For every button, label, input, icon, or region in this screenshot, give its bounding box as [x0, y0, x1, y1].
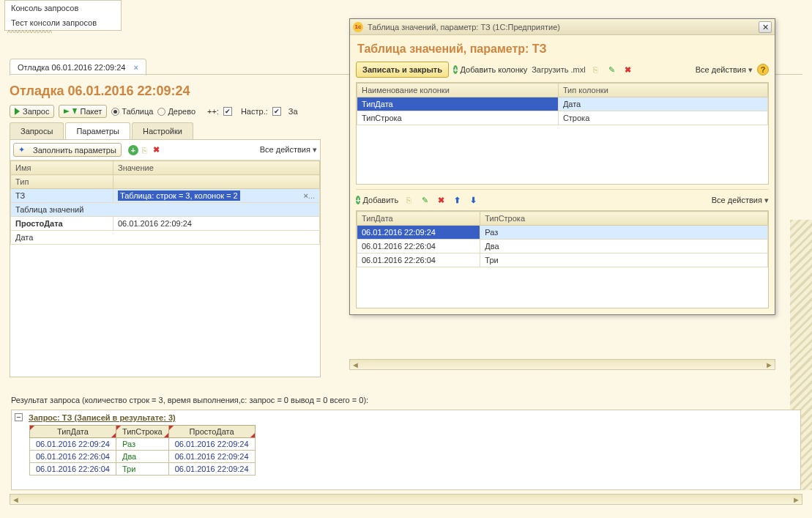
move-up-icon[interactable]: ⬆	[451, 194, 463, 206]
run-query-label: Запрос	[23, 107, 49, 116]
dialog-window-title: Таблица значений, параметр: ТЗ (1С:Предп…	[368, 23, 560, 32]
data-row[interactable]: 06.01.2016 22:09:24Раз	[357, 226, 768, 240]
all-actions-label: Все действия	[696, 65, 746, 74]
delete-icon[interactable]: ✖	[151, 144, 163, 156]
result-col[interactable]: ТипСтрока	[116, 426, 168, 438]
settings-label: Настр.:	[241, 107, 268, 116]
param-name: ТЗ	[11, 189, 113, 203]
play-icon	[15, 108, 20, 115]
add-row-button[interactable]: + Добавить	[356, 195, 398, 205]
data-row[interactable]: 06.01.2016 22:26:04Два	[357, 240, 768, 254]
param-row-type: Дата	[11, 231, 320, 245]
all-actions-link[interactable]: Все действия ▾	[712, 196, 769, 205]
columns-table[interactable]: Наименование колонкиТип колонки ТипДатаД…	[357, 83, 768, 125]
param-row[interactable]: ПростоДата 06.01.2016 22:09:24	[11, 217, 320, 231]
params-toolbar: ✦ Заполнить параметры + ⎘ ✖ Все действия…	[10, 140, 320, 160]
settings-check[interactable]	[272, 107, 281, 116]
data-header-1[interactable]: ТипДата	[357, 212, 480, 226]
scroll-left-icon[interactable]: ◄	[10, 495, 21, 504]
cols-header-type[interactable]: Тип колонки	[558, 84, 767, 97]
result-row[interactable]: 06.01.2016 22:26:04Два06.01.2016 22:09:2…	[30, 451, 256, 463]
delete-icon[interactable]: ✖	[622, 64, 634, 75]
all-actions-label: Все действия	[260, 145, 310, 154]
col-type[interactable]: Тип	[11, 175, 113, 189]
run-packet-label: Пакет	[80, 107, 102, 116]
col-name[interactable]: Имя	[11, 161, 113, 175]
data-toolbar: + Добавить ⎘ ✎ ✖ ⬆ ⬇ Все действия ▾	[356, 194, 769, 206]
cols-header-name[interactable]: Наименование колонки	[357, 84, 559, 97]
context-menu: Консоль запросов Тест консоли запросов	[4, 0, 122, 31]
add-column-button[interactable]: + Добавить колонку	[453, 64, 527, 75]
param-row[interactable]: ТЗ Таблица: строк = 3, колонок = 2 ... ×	[11, 189, 320, 203]
copy-icon[interactable]: ⎘	[139, 144, 151, 156]
value-edit-button[interactable]: ...	[308, 191, 315, 200]
run-query-button[interactable]: Запрос	[10, 105, 54, 118]
tab-queries[interactable]: Запросы	[10, 122, 64, 139]
edit-icon[interactable]: ✎	[419, 194, 431, 206]
run-packet-button[interactable]: Пакет	[59, 105, 107, 118]
za-label: За	[288, 107, 298, 116]
param-name: ПростоДата	[11, 217, 113, 231]
scroll-right-icon[interactable]: ►	[764, 360, 775, 369]
param-row-type: Таблица значений	[11, 203, 320, 217]
tab-params[interactable]: Параметры	[65, 122, 130, 139]
all-actions-label: Все действия	[712, 196, 762, 204]
horizontal-scrollbar[interactable]: ◄ ►	[349, 359, 775, 370]
result-query-header: Запрос: ТЗ (Записей в результате: 3)	[26, 410, 179, 425]
hatching-deco: ^^^^^^^^^^^^^	[7, 29, 52, 37]
param-type: Дата	[11, 231, 320, 245]
load-mxl-button[interactable]: Загрузить .mxl	[532, 65, 585, 74]
col-value[interactable]: Значение	[113, 161, 320, 175]
copy-icon[interactable]: ⎘	[590, 64, 602, 75]
result-table[interactable]: ТипДата ТипСтрока ПростоДата 06.01.2016 …	[29, 425, 256, 476]
app-logo-icon: 1c	[353, 22, 363, 32]
tab-settings[interactable]: Настройки	[132, 122, 193, 139]
add-row-label: Добавить	[363, 196, 399, 204]
horizontal-scrollbar[interactable]: ◄ ►	[10, 494, 802, 505]
file-tab-bar: Отладка 06.01.2016 22:09:24 ×	[10, 59, 146, 75]
close-tab-icon[interactable]: ×	[134, 63, 138, 72]
dialog-titlebar[interactable]: 1c Таблица значений, параметр: ТЗ (1С:Пр…	[350, 19, 775, 35]
dialog-close-button[interactable]: ✕	[759, 21, 772, 33]
help-icon[interactable]: ?	[757, 64, 769, 75]
menu-item-test[interactable]: Тест консоли запросов	[5, 15, 121, 30]
data-table[interactable]: ТипДатаТипСтрока 06.01.2016 22:09:24Раз …	[357, 211, 768, 267]
file-tab-label: Отладка 06.01.2016 22:09:24	[18, 63, 125, 72]
cols-row[interactable]: ТипСтрокаСтрока	[357, 111, 768, 125]
delete-icon[interactable]: ✖	[435, 194, 447, 206]
scroll-right-icon[interactable]: ►	[791, 495, 802, 504]
play-icon	[64, 109, 70, 114]
data-row[interactable]: 06.01.2016 22:26:04Три	[357, 254, 768, 267]
result-summary: Результат запроса (количество строк = 3,…	[11, 396, 368, 404]
result-area: − Запрос: ТЗ (Записей в результате: 3) Т…	[11, 410, 801, 490]
result-col[interactable]: ПростоДата	[168, 426, 255, 438]
edit-icon[interactable]: ✎	[606, 64, 618, 75]
params-grid[interactable]: ИмяЗначение Тип ТЗ Таблица: строк = 3, к…	[10, 160, 320, 245]
value-clear-button[interactable]: ×	[303, 191, 308, 200]
dialog-toolbar: Записать и закрыть + Добавить колонку За…	[356, 62, 769, 78]
collapse-toggle[interactable]: −	[15, 413, 23, 421]
menu-item-console[interactable]: Консоль запросов	[5, 1, 121, 15]
all-actions-link[interactable]: Все действия ▾	[260, 145, 317, 155]
cols-row[interactable]: ТипДатаДата	[357, 97, 768, 111]
plusplus-label: ++:	[207, 107, 219, 116]
plus-icon: +	[356, 196, 360, 204]
fill-params-button[interactable]: ✦ Заполнить параметры	[13, 143, 122, 157]
radio-table[interactable]: Таблица	[111, 107, 153, 116]
save-close-button[interactable]: Записать и закрыть	[356, 62, 449, 78]
data-header-2[interactable]: ТипСтрока	[480, 212, 768, 226]
result-col[interactable]: ТипДата	[30, 426, 116, 438]
file-tab[interactable]: Отладка 06.01.2016 22:09:24 ×	[10, 59, 146, 75]
radio-tree[interactable]: Дерево	[157, 107, 195, 116]
add-icon[interactable]: +	[127, 144, 139, 156]
copy-icon[interactable]: ⎘	[403, 194, 414, 206]
scroll-left-icon[interactable]: ◄	[350, 360, 361, 369]
param-type: Таблица значений	[11, 203, 320, 217]
radio-table-label: Таблица	[122, 107, 153, 116]
plus-icon: +	[453, 65, 458, 74]
all-actions-link[interactable]: Все действия ▾	[696, 65, 753, 75]
move-down-icon[interactable]: ⬇	[467, 194, 479, 206]
result-row[interactable]: 06.01.2016 22:26:04Три06.01.2016 22:09:2…	[30, 463, 256, 476]
result-row[interactable]: 06.01.2016 22:09:24Раз06.01.2016 22:09:2…	[30, 438, 256, 451]
plusplus-check[interactable]	[223, 107, 232, 116]
